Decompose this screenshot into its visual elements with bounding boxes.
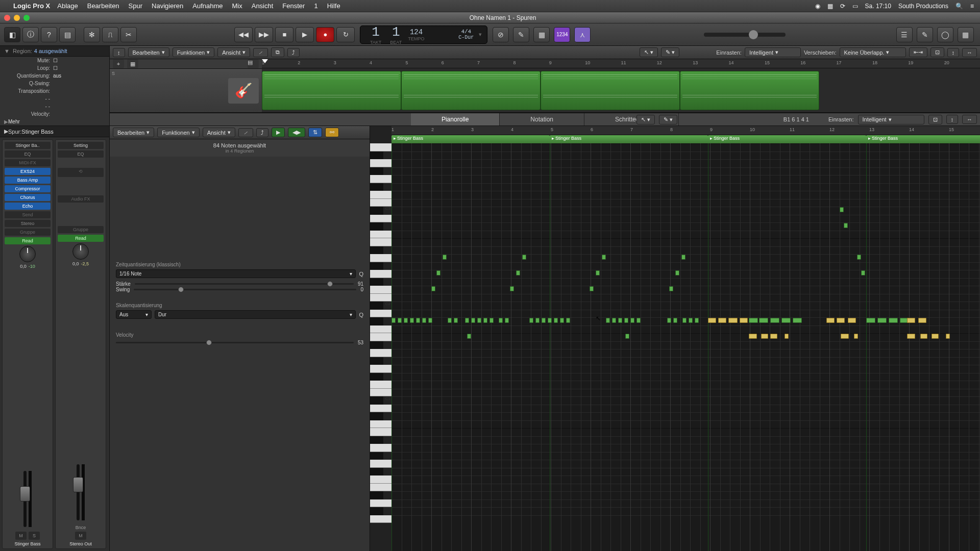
midi-note[interactable] [510,286,514,291]
region-label[interactable]: Stinger Bass [550,135,708,143]
midi-region[interactable] [401,71,541,110]
solo-button[interactable]: S [29,532,40,540]
midi-region[interactable] [541,71,680,110]
duplicate-track-button[interactable]: ▦ [127,59,138,68]
midi-note[interactable] [624,318,628,323]
status-box-icon[interactable]: ▦ [827,3,833,10]
midi-note[interactable] [675,270,679,276]
midi-region[interactable] [262,71,401,110]
midi-note[interactable] [560,318,564,323]
midi-note[interactable] [467,334,471,339]
midi-note[interactable] [477,318,481,323]
midi-note[interactable] [422,318,426,323]
midi-in-button[interactable]: ▶ [272,128,285,137]
strength-slider[interactable] [135,283,354,285]
midi-note[interactable] [667,318,671,323]
piano-keyboard[interactable]: C3C2C1 [370,126,391,551]
midi-note[interactable] [535,318,540,323]
midi-note[interactable] [728,318,738,323]
midi-note[interactable] [708,318,716,323]
piano-view-menu[interactable]: Ansicht ▾ [203,128,235,137]
midi-note[interactable] [554,318,558,323]
arrange-edit-menu[interactable]: Bearbeiten ▾ [128,47,169,57]
midi-note[interactable] [749,318,758,323]
midi-region[interactable] [680,71,819,110]
midi-note[interactable] [516,270,520,276]
inspector-button[interactable]: ⓘ [22,27,39,42]
midi-note[interactable] [877,318,887,323]
quantize-apply-button[interactable]: Q [359,271,363,277]
midi-out-button[interactable]: ◀▶ [288,128,305,137]
midi-note[interactable] [522,255,526,260]
midi-note[interactable] [761,334,768,339]
scale-mode-select[interactable]: Dur▾ [155,310,356,319]
quantize-value-select[interactable]: 1/16 Note▾ [116,269,356,278]
midi-note[interactable] [770,334,777,339]
pointer-tool[interactable]: ↖ ▾ [640,47,658,57]
autopunch-button[interactable]: ✎ [513,27,529,42]
automation-button[interactable]: ⟋ [253,48,268,57]
midi-note[interactable] [505,318,509,323]
status-sync-icon[interactable]: ⟳ [840,3,845,10]
menu-ansicht[interactable]: Ansicht [252,2,274,10]
status-clock[interactable]: Sa. 17:10 [865,3,891,10]
region-label[interactable]: Stinger Bass [708,135,866,143]
midi-note[interactable] [793,318,802,323]
maximize-button[interactable] [23,15,30,21]
snap-select[interactable]: Intelligent ▾ [745,47,801,57]
scissors-button[interactable]: ✂ [120,27,137,42]
collapse-button[interactable]: ⇅ [308,128,322,137]
midi-note[interactable] [889,318,898,323]
midi-note[interactable] [454,318,458,323]
library-button[interactable]: ◧ [4,27,20,42]
menu-bearbeiten[interactable]: Bearbeiten [87,2,119,10]
drag-select[interactable]: Keine Überlapp. ▾ [840,47,906,57]
arrange-view-menu[interactable]: Ansicht ▾ [217,47,250,57]
piano-catch-button[interactable]: ⤴ [256,128,268,137]
arrange-func-menu[interactable]: Funktionen ▾ [173,47,214,57]
piano-ruler[interactable]: 1234567891011121314151617 [391,126,980,135]
midi-note[interactable] [489,318,494,323]
search-icon[interactable]: 🔍 [955,3,963,10]
midi-note[interactable] [529,318,533,323]
track-header[interactable]: ▶ Spur: Stinger Bass [0,126,109,137]
midi-note[interactable] [602,255,606,260]
pencil-tool-piano[interactable]: ✎ ▾ [659,115,677,124]
status-record-icon[interactable]: ◉ [815,3,820,10]
region-header[interactable]: ▼ Region: 4 ausgewählt [0,46,109,57]
midi-note[interactable] [499,318,503,323]
stop-button[interactable]: ■ [275,27,293,42]
status-tv-icon[interactable]: ▭ [852,3,858,10]
pan-knob[interactable] [72,243,89,260]
master-volume-slider[interactable] [704,33,786,37]
midi-note[interactable] [618,318,622,323]
midi-note[interactable] [718,318,726,323]
midi-note[interactable] [907,318,915,323]
menu-ablage[interactable]: Ablage [57,2,78,10]
midi-note[interactable] [391,318,396,323]
region-label[interactable]: Stinger Bass [866,135,980,143]
midi-note[interactable] [907,334,915,339]
midi-note[interactable] [946,334,950,339]
midi-note[interactable] [854,334,858,339]
lcd-display[interactable]: 1TAKT 1BEAT 124TEMPO 4/4C-Dur ▾ [360,26,487,44]
piano-snap-select[interactable]: Intelligent ▾ [858,115,924,124]
link-button[interactable]: ⚯ [325,128,339,137]
midi-note[interactable] [695,318,699,323]
volume-fader[interactable] [77,464,80,520]
menu-icon[interactable]: ≡ [970,3,974,10]
note-grid[interactable]: ↖ ▾ ✎ ▾ B1 6 1 4 1 Einrasten: Intelligen… [391,126,980,551]
midi-note[interactable] [596,270,600,276]
midi-note[interactable] [606,318,610,323]
replace-button[interactable]: ⊘ [493,27,509,42]
pointer-tool-piano[interactable]: ↖ ▾ [636,115,655,124]
zoom-h-button[interactable]: ⇤⇥ [909,47,927,57]
midi-note[interactable] [848,318,856,323]
midi-note[interactable] [410,318,414,323]
midi-note[interactable] [542,318,546,323]
minimize-button[interactable] [14,15,20,21]
volume-fader[interactable] [23,471,27,527]
menu-fenster[interactable]: Fenster [282,2,305,10]
midi-note[interactable] [844,223,848,228]
midi-note[interactable] [689,318,693,323]
